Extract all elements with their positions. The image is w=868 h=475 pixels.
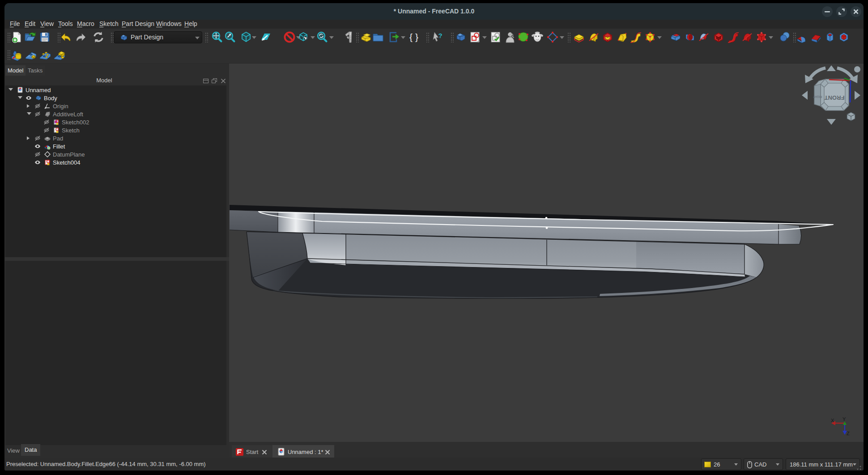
- svg-text:{ }: { }: [409, 32, 418, 42]
- svg-text:Y: Y: [842, 416, 846, 422]
- svg-text:?: ?: [438, 32, 442, 39]
- svg-text:Z: Z: [847, 431, 850, 436]
- svg-text:X: X: [831, 418, 834, 423]
- svg-text:FRONT: FRONT: [825, 94, 845, 101]
- svg-text:RIGHT: RIGHT: [813, 95, 822, 98]
